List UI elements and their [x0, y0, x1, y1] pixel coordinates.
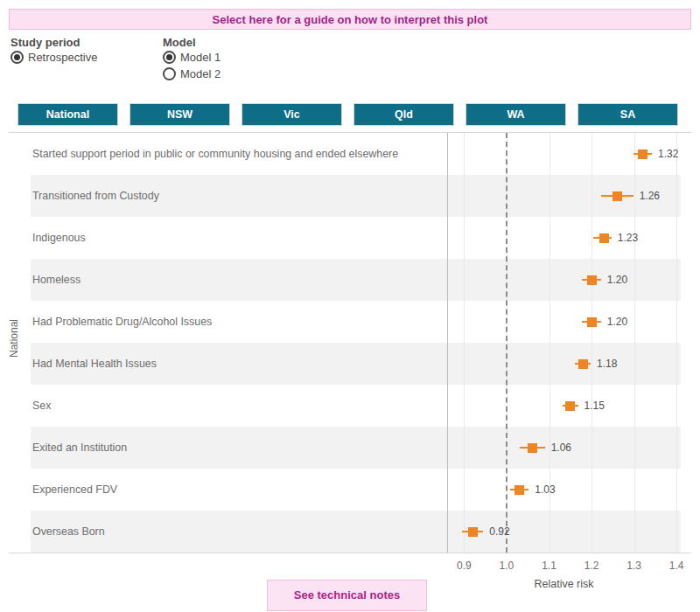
x-axis-title: Relative risk — [447, 578, 681, 590]
chart-bottom-border — [9, 553, 691, 553]
x-tick-label: 1.1 — [535, 560, 564, 572]
technical-notes-button[interactable]: See technical notes — [267, 580, 427, 611]
data-point-marker[interactable] — [587, 317, 597, 327]
value-label: 1.20 — [607, 301, 627, 343]
data-point-marker[interactable] — [578, 359, 588, 369]
gridline — [634, 133, 635, 553]
value-label: 1.26 — [640, 175, 660, 217]
study-period-option-retrospective[interactable]: Retrospective — [10, 49, 97, 66]
value-label: 1.32 — [658, 133, 678, 175]
category-label: Indigenous — [32, 217, 86, 259]
x-tick-label: 1.0 — [492, 560, 522, 572]
x-tick-label: 1.2 — [577, 560, 606, 572]
radio-selected-icon — [10, 51, 24, 64]
row-band — [31, 511, 681, 553]
plot-left-edge — [447, 133, 448, 553]
data-point-marker[interactable] — [587, 275, 597, 285]
data-point-marker[interactable] — [565, 401, 575, 411]
data-point-marker[interactable] — [638, 150, 648, 159]
category-label: Experienced FDV — [32, 469, 117, 511]
x-tick-label: 1.4 — [662, 560, 691, 572]
study-period-title: Study period — [10, 36, 97, 49]
gridline — [676, 133, 677, 553]
value-label: 1.20 — [607, 259, 627, 301]
category-label: Had Problematic Drug/Alcohol Issues — [32, 301, 212, 343]
radio-unselected-icon — [163, 67, 176, 80]
model-option-model-2[interactable]: Model 2 — [163, 66, 220, 82]
gridline — [464, 133, 465, 553]
model-option-label: Model 2 — [180, 67, 220, 80]
row-band — [31, 427, 681, 469]
category-label: Overseas Born — [32, 511, 105, 553]
x-tick-label: 1.3 — [620, 560, 649, 572]
national-axis-label: National — [8, 312, 20, 365]
category-label: Sex — [32, 385, 51, 427]
tab-sa[interactable]: SA — [578, 103, 678, 126]
guide-banner-label: Select here for a guide on how to interp… — [213, 13, 488, 26]
dashboard-root: Select here for a guide on how to interp… — [0, 0, 700, 612]
tab-national[interactable]: National — [18, 103, 118, 126]
data-point-marker[interactable] — [514, 485, 524, 495]
data-point-marker[interactable] — [599, 233, 609, 243]
category-label: Started support period in public or comm… — [32, 133, 398, 175]
model-option-label: Model 1 — [180, 51, 220, 64]
category-label: Had Mental Health Issues — [32, 343, 157, 385]
guide-banner[interactable]: Select here for a guide on how to interp… — [9, 9, 691, 30]
category-label: Homeless — [32, 259, 80, 301]
value-label: 0.92 — [489, 511, 509, 553]
value-label: 1.15 — [584, 385, 605, 427]
tab-vic[interactable]: Vic — [242, 103, 342, 126]
model-title: Model — [163, 36, 220, 49]
data-point-marker[interactable] — [528, 443, 537, 453]
study-period-filter: Study period Retrospective — [10, 36, 97, 66]
study-period-option-label: Retrospective — [28, 51, 97, 64]
technical-notes-label: See technical notes — [294, 588, 400, 602]
data-point-marker[interactable] — [468, 527, 478, 537]
value-label: 1.06 — [551, 427, 571, 469]
x-tick-label: 0.9 — [449, 560, 479, 572]
category-label: Transitioned from Custody — [32, 175, 159, 217]
tab-wa[interactable]: WA — [466, 103, 566, 126]
model-option-model-1[interactable]: Model 1 — [163, 49, 220, 66]
reference-line — [506, 133, 508, 553]
model-filter: Model Model 1Model 2 — [163, 36, 220, 82]
model-options: Model 1Model 2 — [163, 49, 220, 82]
category-label: Exited an Institution — [32, 427, 127, 469]
value-label: 1.23 — [618, 217, 638, 259]
gridline — [592, 133, 592, 553]
value-label: 1.03 — [535, 469, 555, 511]
data-point-marker[interactable] — [612, 191, 622, 201]
tab-nsw[interactable]: NSW — [130, 103, 230, 126]
radio-selected-icon — [163, 51, 176, 64]
tab-qld[interactable]: Qld — [354, 103, 454, 126]
value-label: 1.18 — [597, 343, 617, 385]
study-period-options: Retrospective — [10, 49, 97, 66]
